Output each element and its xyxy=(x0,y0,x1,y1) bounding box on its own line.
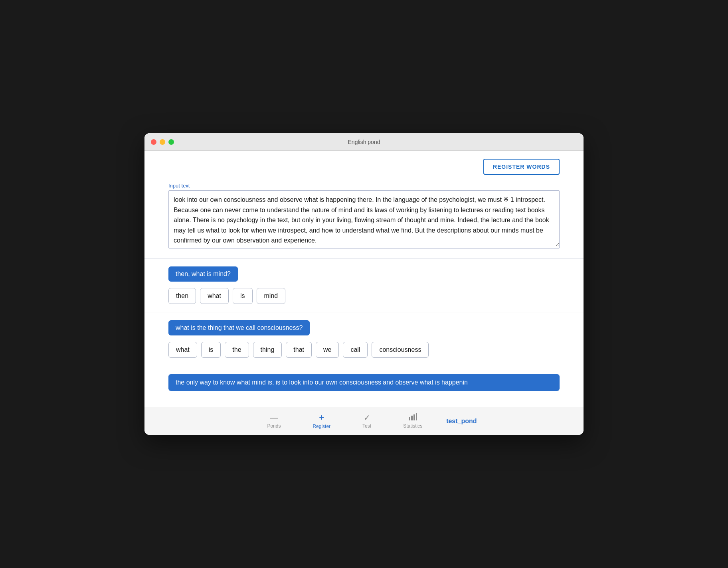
word-chip-then[interactable]: then xyxy=(168,288,196,304)
minimize-button[interactable] xyxy=(160,139,165,145)
text-area-wrapper xyxy=(168,190,560,248)
word-chip-what[interactable]: what xyxy=(200,288,229,304)
word-chip-mind[interactable]: mind xyxy=(257,288,286,304)
word-chip-is[interactable]: is xyxy=(233,288,253,304)
nav-label-ponds: Ponds xyxy=(267,423,281,429)
bottom-nav: — Ponds + Register ✓ Test Statistics tes… xyxy=(144,407,584,435)
svg-rect-0 xyxy=(409,417,410,420)
svg-rect-1 xyxy=(411,416,413,420)
input-textarea[interactable] xyxy=(169,191,559,247)
sentence-badge-2[interactable]: what is the thing that we call conscious… xyxy=(168,320,310,335)
divider-1 xyxy=(144,258,584,258)
word-chip-thing[interactable]: thing xyxy=(253,342,282,358)
nav-item-register[interactable]: + Register xyxy=(297,410,346,432)
nav-label-test: Test xyxy=(362,423,371,429)
pond-name[interactable]: test_pond xyxy=(446,418,477,425)
word-chip-is2[interactable]: is xyxy=(201,342,221,358)
divider-3 xyxy=(144,366,584,366)
statistics-icon xyxy=(408,413,417,422)
nav-item-ponds[interactable]: — Ponds xyxy=(251,410,297,432)
close-button[interactable] xyxy=(151,139,156,145)
input-section: Input text xyxy=(168,183,560,248)
main-content: REGISTER WORDS Input text then, what is … xyxy=(144,151,584,407)
register-btn-row: REGISTER WORDS xyxy=(168,159,560,175)
word-chip-what2[interactable]: what xyxy=(168,342,197,358)
sentence-section-1: then, what is mind? then what is mind xyxy=(168,266,560,304)
maximize-button[interactable] xyxy=(168,139,174,145)
test-icon: ✓ xyxy=(364,414,370,422)
register-words-button[interactable]: REGISTER WORDS xyxy=(483,159,560,175)
sentence-badge-1[interactable]: then, what is mind? xyxy=(168,266,238,282)
word-chips-2: what is the thing that we call conscious… xyxy=(168,342,560,358)
word-chip-call[interactable]: call xyxy=(343,342,368,358)
svg-rect-2 xyxy=(413,414,415,420)
svg-rect-3 xyxy=(416,413,417,420)
ponds-icon: — xyxy=(270,414,278,422)
nav-item-test[interactable]: ✓ Test xyxy=(346,410,387,432)
app-window: English pond REGISTER WORDS Input text t… xyxy=(144,133,584,435)
word-chip-consciousness[interactable]: consciousness xyxy=(372,342,429,358)
window-title: English pond xyxy=(348,139,380,145)
sentence-badge-3[interactable]: the only way to know what mind is, is to… xyxy=(168,374,560,391)
register-icon: + xyxy=(319,413,324,422)
nav-label-register: Register xyxy=(313,424,330,429)
word-chips-1: then what is mind xyxy=(168,288,560,304)
traffic-lights xyxy=(151,139,174,145)
divider-2 xyxy=(144,312,584,312)
word-chip-the[interactable]: the xyxy=(225,342,249,358)
nav-label-statistics: Statistics xyxy=(403,423,422,429)
word-chip-that[interactable]: that xyxy=(286,342,312,358)
input-text-label: Input text xyxy=(168,183,560,189)
sentence-section-2: what is the thing that we call conscious… xyxy=(168,320,560,358)
word-chip-we[interactable]: we xyxy=(316,342,339,358)
nav-item-statistics[interactable]: Statistics xyxy=(387,410,438,432)
sentence-section-3: the only way to know what mind is, is to… xyxy=(168,374,560,391)
titlebar: English pond xyxy=(144,133,584,151)
